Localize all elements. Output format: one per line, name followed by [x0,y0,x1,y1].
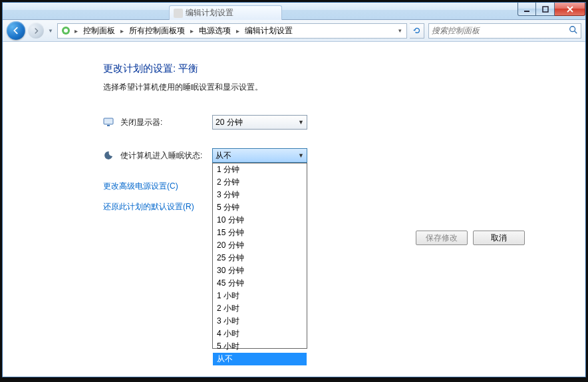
breadcrumb-item[interactable]: 控制面板 [81,25,117,37]
search-icon[interactable] [569,25,578,37]
svg-line-5 [575,31,577,33]
svg-point-3 [64,29,68,33]
sleep-option[interactable]: 从不 [213,353,307,365]
display-off-value: 20 分钟 [216,117,243,128]
chevron-down-icon: ▼ [298,119,304,126]
svg-rect-6 [104,118,113,124]
sleep-option[interactable]: 25 分钟 [213,252,307,264]
address-dropdown-icon[interactable]: ▾ [396,27,404,34]
setting-display-off: 关闭显示器: 20 分钟 ▼ [103,114,585,130]
breadcrumb-separator-icon: ▸ [188,27,196,35]
advanced-settings-link[interactable]: 更改高级电源设置(C) [103,181,178,191]
restore-defaults-link[interactable]: 还原此计划的默认设置(R) [103,202,194,211]
control-panel-icon [61,25,71,36]
sleep-option[interactable]: 1 小时 [213,290,307,302]
setting-sleep: 使计算机进入睡眠状态: 从不 ▼ 1 分钟2 分钟3 分钟5 分钟10 分钟15… [103,147,585,163]
history-dropdown-icon[interactable]: ▼ [47,28,55,34]
tab-favicon [174,9,183,18]
restore-link-row: 还原此计划的默认设置(R) [103,201,585,213]
sleep-label: 使计算机进入睡眠状态: [120,150,206,161]
sleep-option[interactable]: 4 小时 [213,328,307,340]
sleep-option[interactable]: 2 小时 [213,302,307,315]
button-row: 保存修改 取消 [416,231,525,245]
control-panel-window: 编辑计划设置 ▼ ▸ 控制面板 ▸ 所有控制面板项 ▸ 电源选项 ▸ 编辑计划 [2,2,586,377]
sleep-option[interactable]: 30 分钟 [213,264,307,277]
sleep-value: 从不 [216,150,231,161]
page-subtext: 选择希望计算机使用的睡眠设置和显示设置。 [103,82,585,93]
refresh-button[interactable] [410,23,424,39]
sleep-option[interactable]: 45 分钟 [213,277,307,290]
sleep-option[interactable]: 2 分钟 [213,176,307,189]
back-button[interactable] [7,21,25,40]
navigation-bar: ▼ ▸ 控制面板 ▸ 所有控制面板项 ▸ 电源选项 ▸ 编辑计划设置 ▾ [3,20,585,42]
content-pane: 更改计划的设置: 平衡 选择希望计算机使用的睡眠设置和显示设置。 关闭显示器: … [3,43,585,376]
breadcrumb-item[interactable]: 所有控制面板项 [127,25,187,37]
breadcrumb-item[interactable]: 编辑计划设置 [243,25,295,37]
page-title: 更改计划的设置: 平衡 [103,62,585,75]
svg-rect-0 [524,11,529,12]
moon-icon [103,150,114,161]
search-input[interactable] [432,26,569,35]
chevron-down-icon: ▼ [298,152,304,159]
search-box[interactable] [428,23,581,39]
svg-rect-7 [107,125,110,126]
breadcrumb-separator-icon: ▸ [234,27,241,35]
forward-button[interactable] [28,23,44,39]
window-controls [517,3,585,16]
sleep-option[interactable]: 3 分钟 [213,189,307,201]
advanced-link-row: 更改高级电源设置(C) [103,181,585,192]
save-button[interactable]: 保存修改 [416,231,468,245]
sleep-option[interactable]: 5 分钟 [213,201,307,214]
title-tab: 编辑计划设置 [169,5,282,20]
address-bar[interactable]: ▸ 控制面板 ▸ 所有控制面板项 ▸ 电源选项 ▸ 编辑计划设置 ▾ [57,23,407,39]
sleep-option[interactable]: 5 小时 [213,340,307,353]
maximize-button[interactable] [536,3,555,16]
svg-rect-1 [543,7,548,12]
svg-point-4 [570,26,575,31]
sleep-option[interactable]: 10 分钟 [213,214,307,227]
display-off-label: 关闭显示器: [120,117,206,128]
breadcrumb-separator-icon: ▸ [73,27,80,35]
breadcrumb-separator-icon: ▸ [118,27,126,35]
sleep-option[interactable]: 20 分钟 [213,239,307,252]
sleep-dropdown-list: 1 分钟2 分钟3 分钟5 分钟10 分钟15 分钟20 分钟25 分钟30 分… [212,163,307,349]
breadcrumb-item[interactable]: 电源选项 [197,25,233,37]
sleep-combo[interactable]: 从不 ▼ 1 分钟2 分钟3 分钟5 分钟10 分钟15 分钟20 分钟25 分… [212,148,307,163]
tab-title: 编辑计划设置 [186,7,233,19]
close-button[interactable] [555,3,585,16]
sleep-option[interactable]: 1 分钟 [213,163,307,176]
monitor-icon [103,117,114,128]
sleep-option[interactable]: 3 小时 [213,315,307,328]
titlebar: 编辑计划设置 [3,3,585,20]
minimize-button[interactable] [517,3,536,16]
sleep-option[interactable]: 15 分钟 [213,227,307,239]
cancel-button[interactable]: 取消 [473,231,525,245]
display-off-combo[interactable]: 20 分钟 ▼ [212,115,307,130]
